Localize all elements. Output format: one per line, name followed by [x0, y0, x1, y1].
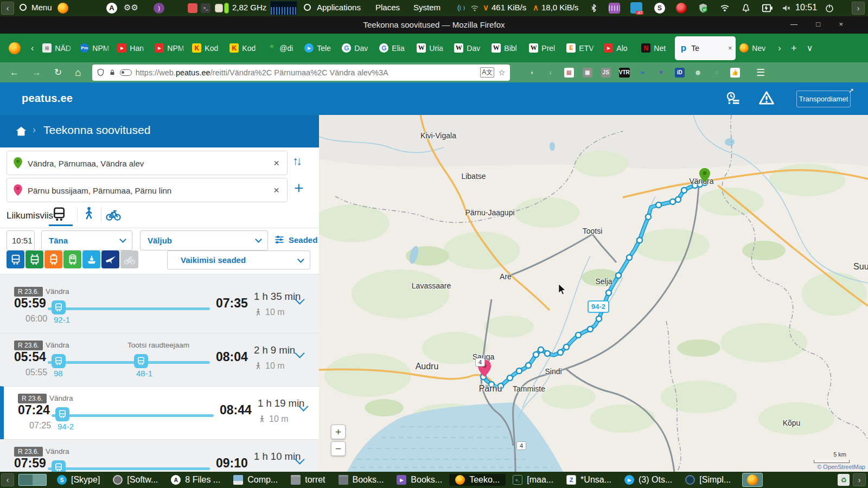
- taskbar-item[interactable]: Comp...: [227, 474, 284, 486]
- url-text[interactable]: https://web.peatus.ee/reitti/Vändra%2C P…: [136, 68, 388, 77]
- route-stop[interactable]: [596, 316, 602, 322]
- tab[interactable]: ▶Han: [113, 37, 151, 60]
- maximize-button[interactable]: □: [816, 20, 820, 28]
- route-stop[interactable]: [627, 255, 632, 260]
- day-select[interactable]: Täna: [41, 230, 132, 251]
- mode-bike-tab[interactable]: [105, 206, 122, 224]
- tab[interactable]: ▤NÄD: [39, 37, 76, 60]
- pocket-icon[interactable]: ◗: [523, 68, 541, 78]
- default-settings-select[interactable]: Vaikimisi seaded: [167, 251, 310, 269]
- route-stop[interactable]: [588, 326, 593, 332]
- route-stop[interactable]: [675, 197, 681, 202]
- download-icon[interactable]: ↓: [541, 68, 560, 78]
- power-icon[interactable]: [825, 3, 834, 13]
- taskbar-collapse-button[interactable]: ‹: [1, 473, 14, 486]
- destination-value[interactable]: Pärnu bussijaam, Pärnumaa, Pärnu linn: [28, 186, 171, 195]
- route-stop[interactable]: [606, 290, 611, 296]
- tor-icon[interactable]: ): [154, 3, 164, 14]
- itinerary-row[interactable]: R 23.6. Vändra Tootsi raudteejaam 05:54 …: [0, 333, 319, 386]
- route-stop[interactable]: [637, 237, 642, 243]
- applications-menu[interactable]: Applications: [317, 3, 361, 12]
- route-number[interactable]: 92-1: [54, 315, 70, 324]
- taskbar-item[interactable]: S[Skype]: [51, 474, 106, 486]
- taskbar-item[interactable]: A8 Files ...: [165, 474, 226, 486]
- cookie-icon[interactable]: ◌: [707, 68, 726, 78]
- settings-button[interactable]: Seaded: [274, 234, 317, 245]
- workspace-switcher[interactable]: [18, 474, 47, 486]
- timetables-icon[interactable]: [726, 91, 741, 106]
- route-number[interactable]: 48-1: [136, 369, 152, 378]
- tab[interactable]: WBibl: [488, 37, 525, 60]
- nav-forward-icon[interactable]: →: [25, 67, 48, 78]
- skype-tray-icon[interactable]: S: [654, 3, 665, 14]
- volume-muted-icon[interactable]: [781, 3, 791, 13]
- system-monitor-graph[interactable]: [270, 1, 297, 15]
- close-button[interactable]: ×: [839, 20, 843, 28]
- alerts-icon[interactable]: [758, 90, 775, 106]
- scroll-tabs-right-icon[interactable]: ›: [773, 43, 786, 53]
- list-tabs-icon[interactable]: ∨: [802, 43, 818, 53]
- tab[interactable]: GElia: [375, 37, 413, 60]
- route-stop[interactable]: [558, 350, 563, 355]
- battery-widget-icon[interactable]: [224, 3, 229, 14]
- expand-chevron-icon[interactable]: [295, 348, 304, 358]
- clear-destination-icon[interactable]: ×: [273, 184, 279, 196]
- taskbar-item[interactable]: [Softw...: [107, 474, 164, 486]
- notes-icon[interactable]: ▤: [560, 68, 578, 78]
- route-stop[interactable]: [681, 188, 687, 193]
- map[interactable]: Kivi-VigalaLibatsePärnu-JaagupiTootsiLav…: [319, 115, 868, 472]
- tab[interactable]: *@di: [263, 37, 301, 60]
- add-via-button[interactable]: +: [294, 179, 304, 197]
- toggle-trolleybus[interactable]: [25, 251, 43, 268]
- cpu-icon[interactable]: [215, 4, 223, 12]
- origin-value[interactable]: Vändra, Pärnumaa, Vändra alev: [28, 159, 144, 168]
- zoom-out-button[interactable]: −: [331, 441, 346, 456]
- scroll-tabs-left-icon[interactable]: ‹: [26, 43, 39, 53]
- map-attribution[interactable]: © OpenStreetMap: [817, 464, 865, 470]
- origin-map-pin[interactable]: [699, 168, 710, 183]
- taskbar-item[interactable]: Teeko...: [449, 474, 506, 486]
- bluetooth-icon[interactable]: [589, 3, 598, 13]
- red-app-icon[interactable]: [188, 3, 197, 13]
- route-stop[interactable]: [656, 202, 661, 208]
- permissions-toggle-icon[interactable]: [120, 69, 132, 76]
- security-shield-icon[interactable]: [698, 3, 709, 14]
- like-icon[interactable]: 👍: [726, 68, 744, 78]
- new-tab-button[interactable]: +: [786, 42, 802, 54]
- swap-directions-button[interactable]: ↑↓: [292, 154, 300, 168]
- ublock-icon[interactable]: ▣: [578, 68, 597, 78]
- route-stop[interactable]: [646, 214, 651, 220]
- direction-select[interactable]: Väljub: [140, 230, 268, 251]
- toggle-bikeshare[interactable]: [120, 251, 138, 268]
- terminal-indicator-icon[interactable]: >_: [201, 3, 210, 13]
- itinerary-row[interactable]: R 23.6. Vändra 05:59 06:00 92-1 07:35 1 …: [0, 280, 319, 333]
- route-stop[interactable]: [670, 199, 675, 204]
- tab[interactable]: ▶Alo: [600, 37, 637, 60]
- reload-icon[interactable]: ↻: [48, 67, 68, 78]
- taskbar-item[interactable]: ▶Books...: [391, 474, 448, 486]
- hamburger-menu-icon[interactable]: ☰: [750, 67, 771, 79]
- messenger-widget-icon[interactable]: -67: [630, 2, 642, 14]
- window-titlebar[interactable]: Teekonna soovitused — Mozilla Firefox — …: [0, 16, 868, 34]
- route-stop[interactable]: [545, 351, 550, 356]
- panel-collapse-button[interactable]: ‹: [1, 2, 14, 15]
- route-stop[interactable]: [576, 332, 581, 338]
- taskbar-item[interactable]: torret: [285, 474, 331, 486]
- route-stop[interactable]: [538, 347, 544, 352]
- route-stop[interactable]: [533, 352, 539, 357]
- translate-icon[interactable]: A文: [480, 67, 494, 78]
- tab[interactable]: NNet: [637, 37, 675, 60]
- taskbar-item[interactable]: [Simpl...: [679, 474, 737, 486]
- taskbar-item[interactable]: Z*Unsa...: [560, 474, 617, 486]
- gears-icon[interactable]: ⚙⚙: [124, 3, 138, 12]
- transpordiamet-link[interactable]: Transpordiamet: [796, 91, 851, 107]
- video-down-icon[interactable]: ▼: [652, 68, 671, 78]
- toggle-tram[interactable]: [44, 251, 62, 268]
- route-stop[interactable]: [526, 363, 531, 368]
- taskbar-expand-button[interactable]: ›: [853, 473, 866, 486]
- vtr-icon[interactable]: VTR: [615, 68, 634, 78]
- zoom-in-button[interactable]: +: [331, 425, 346, 439]
- eid-icon[interactable]: iD: [671, 68, 689, 78]
- itinerary-row-selected[interactable]: R 23.6. Vändra 07:24 07:25 94-2 08:44 1 …: [0, 386, 319, 439]
- tab[interactable]: ▶Tele: [301, 37, 338, 60]
